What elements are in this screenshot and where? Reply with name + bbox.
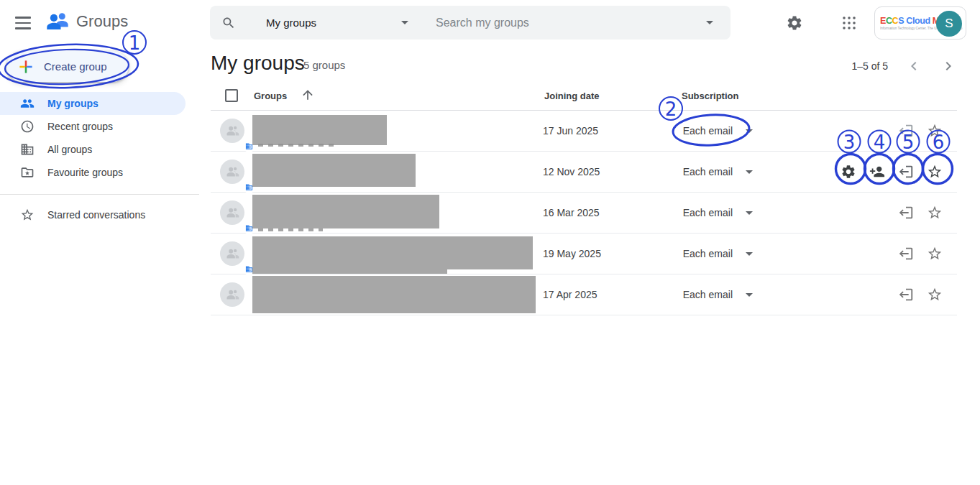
group-avatar [220,282,244,307]
redaction-leak [258,144,337,147]
sidebar-item-label: My groups [47,98,99,109]
joining-date: 16 Mar 2025 [543,207,600,218]
star-group-icon[interactable] [927,123,944,140]
redacted-group-name [252,154,416,187]
user-avatar[interactable]: S [936,11,962,37]
eccs-logo-subtext: Information Technology Center, The Unive… [880,26,929,29]
subscription-chevron-down-icon[interactable] [746,252,753,256]
search-scope-value: My groups [266,17,316,29]
subscription-chevron-down-icon[interactable] [746,293,753,297]
app-title: Groups [76,12,128,31]
subscription-dropdown[interactable]: Each email [613,248,733,259]
account-card[interactable]: ECCS Cloud Mail Information Technology C… [874,6,966,40]
star-group-icon[interactable] [927,246,944,263]
leave-group-icon[interactable] [898,287,915,304]
avatar-letter: S [945,17,953,31]
sidebar-item-label: Favourite groups [47,167,123,178]
table-header: Groups Joining date Subscription [211,85,957,111]
pagination: 1–5 of 5 [851,57,957,75]
redacted-group-name-line2 [252,269,447,274]
google-apps-grid-icon[interactable] [841,14,858,32]
redaction-leak [258,228,323,231]
leave-group-icon[interactable] [898,123,915,140]
top-bar: Groups My groups [0,0,980,46]
column-header-groups[interactable]: Groups [254,91,287,101]
search-options-chevron-down-icon[interactable] [706,21,713,24]
subscription-dropdown[interactable]: Each email [613,166,733,177]
groups-table: Groups Joining date Subscription 17 Jun … [211,85,957,315]
leave-group-icon[interactable] [898,246,915,263]
group-row-2[interactable]: 12 Nov 2025 Each email [211,152,957,193]
group-row-4[interactable]: 19 May 2025 Each email [211,234,957,274]
sidebar-item-label: Recent groups [47,121,113,132]
sort-ascending-arrow-icon[interactable] [301,88,315,102]
column-header-joining-date: Joining date [544,91,600,101]
sidebar-item-label: Starred conversations [47,209,145,221]
joining-date: 17 Jun 2025 [543,125,598,137]
leave-group-icon[interactable] [898,205,915,222]
group-row-3[interactable]: 16 Mar 2025 Each email [211,193,957,234]
subscription-dropdown[interactable]: Each email [613,289,733,300]
group-row-5[interactable]: 17 Apr 2025 Each email [211,274,957,315]
group-row-1[interactable]: 17 Jun 2025 Each email [211,111,957,152]
group-settings-gear-icon[interactable] [841,164,858,181]
search-icon[interactable] [221,16,236,30]
settings-gear-icon[interactable] [786,14,803,32]
group-avatar [220,160,244,184]
chevron-down-icon [401,21,408,24]
sidebar-item-my-groups[interactable]: My groups [0,92,186,115]
group-avatar [220,119,244,143]
google-groups-app: Groups My groups [0,0,980,485]
star-group-icon[interactable] [927,205,944,222]
star-group-icon[interactable] [927,287,944,304]
search-input[interactable] [436,17,706,29]
add-member-icon[interactable] [869,164,887,181]
groups-people-icon [45,9,70,34]
clock-icon [20,119,35,134]
subscription-chevron-down-icon[interactable] [746,211,753,215]
group-count: 5 groups [303,59,345,71]
folder-star-icon [20,165,35,180]
sidebar-item-favourite-groups[interactable]: Favourite groups [0,161,186,184]
subscription-chevron-down-icon[interactable] [746,170,753,174]
subscription-chevron-down-icon[interactable] [746,129,753,133]
select-all-checkbox[interactable] [225,89,238,102]
people-icon [20,96,35,111]
column-header-subscription: Subscription [682,91,738,101]
eccs-cloud-mail-logo: ECCS Cloud Mail Information Technology C… [880,16,938,30]
sidebar-item-label: All groups [47,144,92,155]
redacted-group-name [252,195,439,228]
redacted-group-name [252,236,533,269]
domain-icon [20,142,35,157]
leave-group-icon[interactable] [898,164,915,181]
joining-date: 17 Apr 2025 [543,289,597,300]
star-group-icon[interactable] [927,164,944,181]
next-page-chevron-right-icon[interactable] [940,57,957,75]
create-group-label: Create group [44,60,107,73]
sidebar-item-starred-conversations[interactable]: Starred conversations [0,203,186,226]
joining-date: 19 May 2025 [543,248,601,259]
sidebar-item-all-groups[interactable]: All groups [0,138,186,161]
search-bar: My groups [210,6,731,40]
group-avatar [220,200,244,225]
sidebar-divider [0,194,199,195]
joining-date: 12 Nov 2025 [543,166,600,177]
hamburger-menu-icon[interactable] [13,13,33,33]
eccs-logo-text: ECCS Cloud Mail [880,16,938,26]
google-plus-icon [18,59,34,75]
pagination-range: 1–5 of 5 [851,60,888,72]
subscription-dropdown[interactable]: Each email [613,207,733,218]
redacted-group-name [252,115,387,145]
star-icon [20,208,35,222]
group-avatar [220,241,244,266]
sidebar-nav: My groups Recent groups All groups [0,92,201,226]
redacted-group-name [252,276,536,313]
page-title: My groups [211,52,305,75]
create-group-button[interactable]: Create group [6,51,129,82]
previous-page-chevron-left-icon[interactable] [905,57,922,75]
sidebar-item-recent-groups[interactable]: Recent groups [0,115,186,138]
groups-logo[interactable]: Groups [45,9,128,34]
search-scope-dropdown[interactable]: My groups [266,17,408,29]
subscription-dropdown[interactable]: Each email [613,125,733,137]
main-header: My groups 5 groups 1–5 of 5 [211,52,957,78]
